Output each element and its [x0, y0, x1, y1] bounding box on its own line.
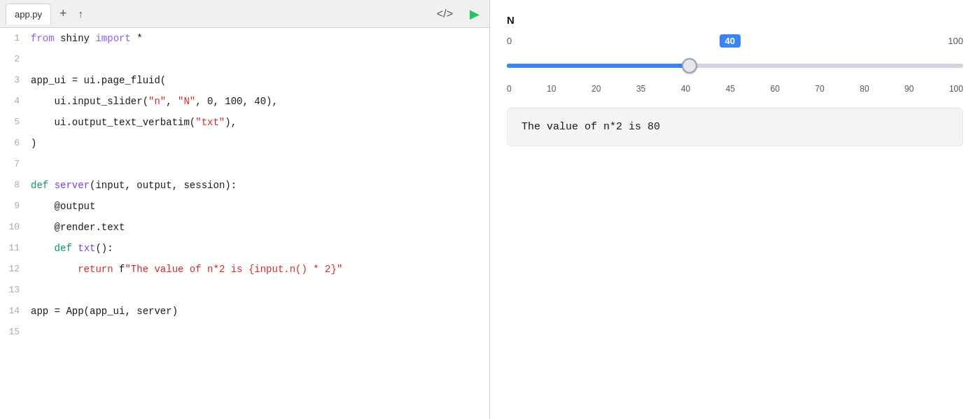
slider-track-container[interactable]: [507, 56, 963, 76]
slider-ticks: 0 10 20 35 40 45 60 70 80 90 100: [507, 84, 963, 94]
code-view-button[interactable]: </>: [433, 6, 457, 22]
slider-min-label: 0: [507, 36, 512, 46]
tab-app-py[interactable]: app.py: [6, 3, 51, 24]
code-line-12: 12 return f"The value of n*2 is {input.n…: [0, 259, 489, 280]
run-button[interactable]: ▶: [465, 5, 484, 23]
tab-actions: + ↑: [57, 5, 86, 22]
code-line-10: 10 @render.text: [0, 217, 489, 238]
toolbar-right: </> ▶: [433, 5, 484, 23]
code-line-1: 1 from shiny import *: [0, 28, 489, 49]
slider-title: N: [507, 14, 963, 26]
code-line-7: 7: [0, 154, 489, 175]
code-line-6: 6 ): [0, 133, 489, 154]
slider-max-label: 100: [948, 36, 963, 46]
output-text-box: The value of n*2 is 80: [507, 108, 963, 146]
add-tab-button[interactable]: +: [57, 5, 70, 22]
code-line-5: 5 ui.output_text_verbatim("txt"),: [0, 112, 489, 133]
code-line-2: 2: [0, 49, 489, 70]
code-editor[interactable]: 1 from shiny import * 2 3 app_ui = ui.pa…: [0, 28, 489, 419]
slider-value-badge: 40: [720, 34, 741, 48]
code-line-9: 9 @output: [0, 196, 489, 217]
upload-button[interactable]: ↑: [76, 6, 87, 21]
code-line-14: 14 app = App(app_ui, server): [0, 301, 489, 322]
code-line-3: 3 app_ui = ui.page_fluid(: [0, 70, 489, 91]
code-line-13: 13: [0, 280, 489, 301]
code-line-11: 11 def txt():: [0, 238, 489, 259]
preview-panel: N 0 40 100 0 10 20 35 40 45 60 70 80 90 …: [490, 0, 980, 419]
code-line-4: 4 ui.input_slider("n", "N", 0, 100, 40),: [0, 91, 489, 112]
slider-labels-top: 0 40 100: [507, 34, 963, 48]
slider-fill: [507, 64, 690, 68]
slider-track: [507, 64, 963, 68]
editor-tabs: app.py + ↑ </> ▶: [0, 0, 489, 28]
slider-section: N 0 40 100 0 10 20 35 40 45 60 70 80 90 …: [507, 14, 963, 94]
slider-thumb[interactable]: [682, 58, 697, 73]
code-line-15: 15: [0, 322, 489, 343]
output-text: The value of n*2 is 80: [522, 121, 660, 133]
code-line-8: 8 def server(input, output, session):: [0, 175, 489, 196]
editor-panel: app.py + ↑ </> ▶ 1 from shiny import *: [0, 0, 490, 419]
